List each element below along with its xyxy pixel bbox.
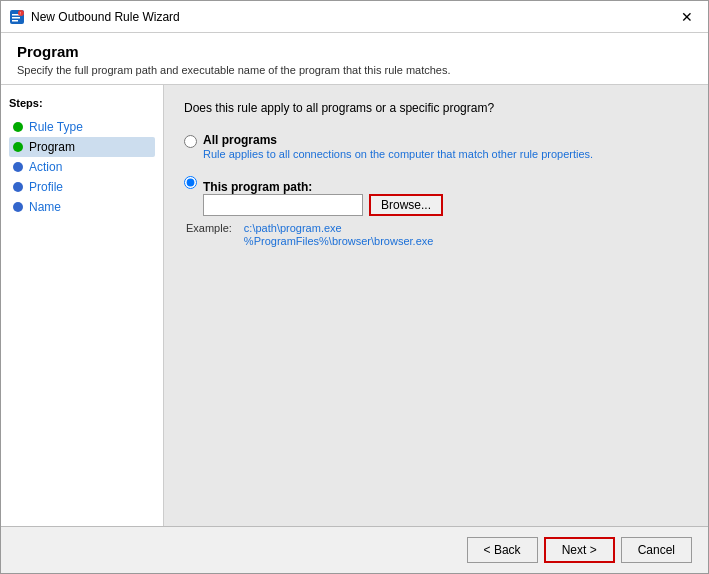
program-path-radio[interactable] (184, 176, 197, 189)
program-path-label[interactable]: This program path: (203, 180, 443, 194)
sidebar-item-action[interactable]: Action (9, 157, 155, 177)
sidebar-item-program[interactable]: Program (9, 137, 155, 157)
program-path-option: This program path: Browse... (184, 174, 688, 216)
cancel-button[interactable]: Cancel (621, 537, 692, 563)
title-bar: ! New Outbound Rule Wizard ✕ (1, 1, 708, 33)
sidebar-item-name[interactable]: Name (9, 197, 155, 217)
sidebar-item-label-name: Name (29, 200, 61, 214)
all-programs-content: All programs Rule applies to all connect… (203, 133, 593, 160)
svg-rect-3 (12, 20, 18, 22)
program-path-content: This program path: Browse... (203, 180, 443, 216)
example-section: Example: c:\path\program.exe %ProgramFil… (184, 222, 688, 247)
next-button[interactable]: Next > (544, 537, 615, 563)
option-group: All programs Rule applies to all connect… (184, 133, 688, 216)
wizard-window: ! New Outbound Rule Wizard ✕ Program Spe… (0, 0, 709, 574)
sidebar-item-profile[interactable]: Profile (9, 177, 155, 197)
sidebar-item-label-program: Program (29, 140, 75, 154)
example-row: Example: c:\path\program.exe %ProgramFil… (186, 222, 688, 247)
wizard-icon: ! (9, 9, 25, 25)
program-path-input-row: Browse... (203, 194, 443, 216)
back-button[interactable]: < Back (467, 537, 538, 563)
question-text: Does this rule apply to all programs or … (184, 101, 688, 115)
browse-button[interactable]: Browse... (369, 194, 443, 216)
page-description: Specify the full program path and execut… (17, 64, 692, 76)
all-programs-desc: Rule applies to all connections on the c… (203, 148, 593, 160)
example-values: c:\path\program.exe %ProgramFiles%\brows… (244, 222, 434, 247)
example-value-1: c:\path\program.exe (244, 222, 434, 234)
main-panel: Does this rule apply to all programs or … (164, 85, 708, 526)
footer: < Back Next > Cancel (1, 526, 708, 573)
rule-type-dot (13, 122, 23, 132)
sidebar: Steps: Rule Type Program Action Profile … (1, 85, 164, 526)
sidebar-item-label-rule-type: Rule Type (29, 120, 83, 134)
all-programs-label[interactable]: All programs (203, 133, 593, 147)
example-value-2: %ProgramFiles%\browser\browser.exe (244, 235, 434, 247)
svg-rect-2 (12, 17, 20, 19)
content-area: Steps: Rule Type Program Action Profile … (1, 85, 708, 526)
svg-text:!: ! (20, 11, 21, 16)
program-path-input[interactable] (203, 194, 363, 216)
sidebar-item-label-action: Action (29, 160, 62, 174)
page-title: Program (17, 43, 692, 60)
sidebar-item-rule-type[interactable]: Rule Type (9, 117, 155, 137)
all-programs-option: All programs Rule applies to all connect… (184, 133, 688, 160)
name-dot (13, 202, 23, 212)
page-header: Program Specify the full program path an… (1, 33, 708, 85)
program-dot (13, 142, 23, 152)
all-programs-radio[interactable] (184, 135, 197, 148)
profile-dot (13, 182, 23, 192)
action-dot (13, 162, 23, 172)
sidebar-steps-label: Steps: (9, 97, 155, 109)
title-bar-text: New Outbound Rule Wizard (31, 10, 674, 24)
example-label: Example: (186, 222, 232, 247)
close-button[interactable]: ✕ (674, 4, 700, 30)
sidebar-item-label-profile: Profile (29, 180, 63, 194)
